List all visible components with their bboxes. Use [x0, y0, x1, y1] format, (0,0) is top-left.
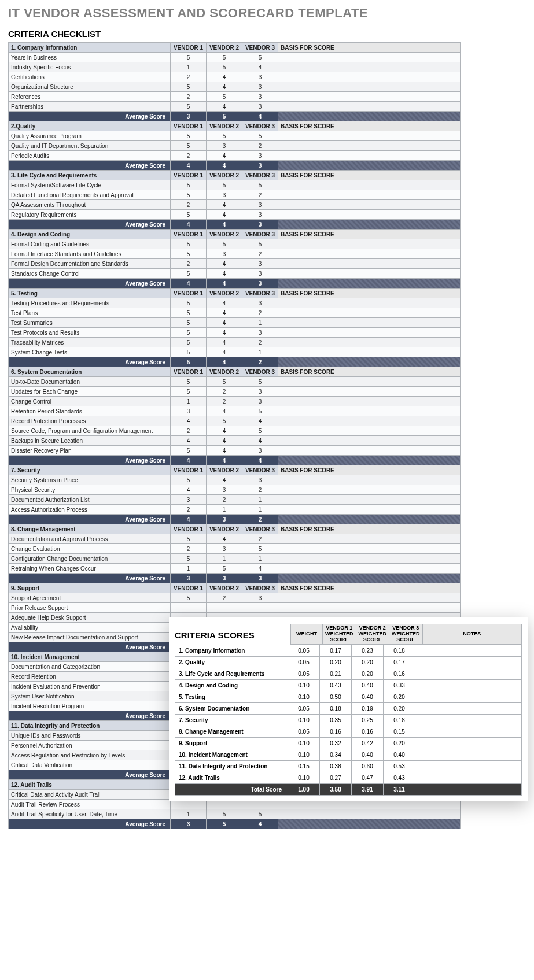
criteria-label: Disaster Recovery Plan: [9, 446, 171, 456]
ov-criteria-label: 10. Incident Management: [175, 749, 288, 760]
score-cell: 4: [207, 436, 242, 446]
score-cell: 4: [207, 318, 242, 328]
col-header: VENDOR 3: [242, 583, 278, 593]
score-cell: 4: [207, 446, 242, 456]
average-label: Average Score: [9, 220, 171, 230]
score-cell: 3: [242, 387, 278, 397]
ov-notes-cell: [415, 726, 522, 737]
ov-notes-cell: [415, 645, 522, 656]
score-cell: 5: [242, 544, 278, 554]
score-cell: 5: [207, 92, 242, 102]
score-cell: 5: [171, 102, 207, 112]
col-header: VENDOR 1: [171, 121, 207, 131]
ov-score-cell: 0.20: [384, 737, 415, 749]
ov-total-cell: 1.00: [288, 783, 320, 795]
score-cell: 3: [242, 72, 278, 82]
score-cell: 2: [171, 200, 207, 210]
criteria-label: Access Regulation and Restriction by Lev…: [9, 750, 171, 760]
score-cell: 1: [171, 564, 207, 574]
ov-weight-cell: 0.10: [288, 737, 320, 749]
ov-criteria-label: 1. Company Information: [175, 645, 288, 656]
score-cell: 4: [171, 416, 207, 426]
col-header: VENDOR 1: [171, 524, 207, 534]
criteria-scores-title: CRITERIA SCORES: [175, 630, 290, 640]
score-cell: 1: [207, 554, 242, 564]
score-cell: 5: [242, 180, 278, 190]
ov-weight-cell: 0.05: [288, 668, 320, 679]
section-header: 2.Quality: [9, 121, 171, 131]
average-label: Average Score: [9, 574, 171, 583]
criteria-label: Configuration Change Documentation: [9, 554, 171, 564]
score-cell: 5: [242, 426, 278, 436]
score-cell: 5: [171, 131, 207, 141]
score-cell: 1: [171, 397, 207, 406]
basis-cell: [278, 328, 461, 338]
score-cell: [171, 603, 207, 613]
score-cell: 5: [171, 82, 207, 92]
ov-weight-cell: 0.05: [288, 656, 320, 668]
average-cell: 3: [242, 574, 278, 583]
score-cell: 5: [242, 239, 278, 249]
page-title: IT VENDOR ASSESSMENT AND SCORECARD TEMPL…: [8, 6, 526, 21]
criteria-label: System Change Tests: [9, 347, 171, 357]
col-header: VENDOR 2: [207, 583, 242, 593]
ov-criteria-label: 8. Change Management: [175, 726, 288, 737]
score-cell: 5: [171, 269, 207, 279]
score-cell: 5: [207, 377, 242, 387]
average-label: Average Score: [9, 161, 171, 171]
ov-score-cell: 0.60: [352, 760, 384, 772]
score-cell: 3: [242, 269, 278, 279]
col-header: VENDOR 1: [171, 367, 207, 377]
average-basis: [278, 574, 461, 583]
basis-cell: [278, 446, 461, 456]
criteria-label: Prior Release Support: [9, 603, 171, 613]
criteria-scores-panel: CRITERIA SCORES WEIGHTVENDOR 1 WEIGHTED …: [169, 617, 528, 801]
col-header: BASIS FOR SCORE: [278, 583, 461, 593]
ov-weight-cell: 0.05: [288, 726, 320, 737]
score-cell: 5: [171, 377, 207, 387]
criteria-label: Access Authorization Process: [9, 505, 171, 515]
score-cell: 3: [242, 446, 278, 456]
score-cell: 5: [207, 809, 242, 819]
score-cell: 5: [171, 249, 207, 259]
score-cell: 4: [207, 102, 242, 112]
score-cell: 1: [242, 495, 278, 505]
basis-cell: [278, 72, 461, 82]
ov-score-cell: 0.34: [320, 749, 352, 760]
criteria-scores-table: 1. Company Information0.050.170.230.182.…: [175, 645, 522, 796]
average-cell: 4: [207, 456, 242, 465]
score-cell: 5: [171, 328, 207, 338]
criteria-label: Availability: [9, 623, 171, 633]
ov-score-cell: 0.16: [320, 726, 352, 737]
score-cell: 4: [207, 259, 242, 269]
score-cell: 2: [242, 308, 278, 318]
score-cell: 5: [171, 554, 207, 564]
basis-cell: [278, 190, 461, 200]
criteria-label: Formal System/Software Life Cycle: [9, 180, 171, 190]
basis-cell: [278, 534, 461, 544]
ov-score-cell: 0.16: [352, 726, 384, 737]
score-cell: 3: [242, 259, 278, 269]
ov-notes-cell: [415, 714, 522, 726]
average-cell: 2: [242, 515, 278, 524]
criteria-label: New Release Impact Documentation and Sup…: [9, 633, 171, 642]
criteria-label: Periodic Audits: [9, 151, 171, 161]
score-cell: 5: [171, 475, 207, 485]
average-cell: 3: [242, 161, 278, 171]
score-cell: 5: [171, 190, 207, 200]
basis-cell: [278, 377, 461, 387]
average-cell: 4: [242, 819, 278, 829]
average-cell: 4: [242, 456, 278, 465]
score-cell: 1: [242, 347, 278, 357]
ov-total-cell: 3.50: [320, 783, 352, 795]
ov-score-cell: 0.19: [352, 702, 384, 714]
average-label: Average Score: [9, 770, 171, 780]
col-header: VENDOR 3: [242, 465, 278, 475]
basis-cell: [278, 338, 461, 347]
criteria-label: Certifications: [9, 72, 171, 82]
criteria-label: Detailed Functional Requirements and App…: [9, 190, 171, 200]
basis-cell: [278, 102, 461, 112]
criteria-label: Change Evaluation: [9, 544, 171, 554]
average-cell: 4: [207, 161, 242, 171]
score-cell: 3: [242, 151, 278, 161]
